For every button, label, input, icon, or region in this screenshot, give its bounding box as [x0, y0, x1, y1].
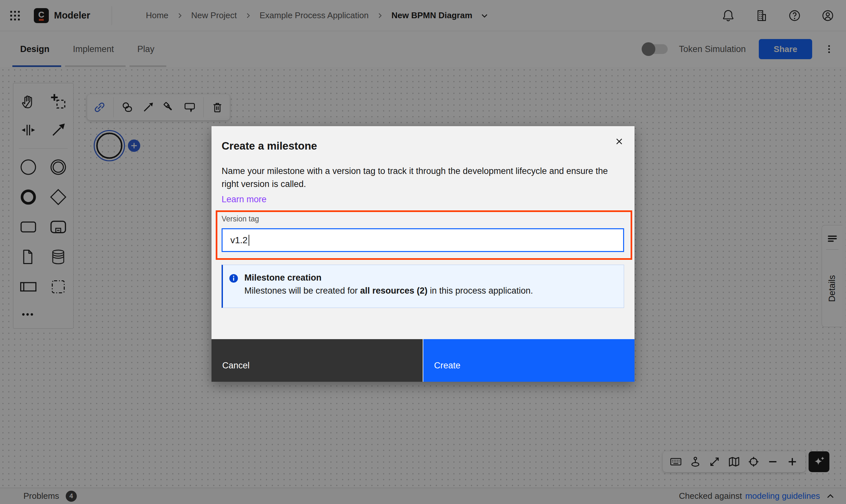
- info-icon: [229, 273, 239, 283]
- version-tag-field: Version tag v1.2: [222, 215, 624, 252]
- dialog-footer: Cancel Create: [211, 339, 635, 382]
- notification-title: Milestone creation: [244, 273, 533, 283]
- create-milestone-dialog: Create a milestone Name your milestone w…: [211, 126, 635, 382]
- create-button[interactable]: Create: [423, 339, 635, 382]
- version-tag-value: v1.2: [230, 235, 248, 246]
- milestone-info-notification: Milestone creation Milestones will be cr…: [222, 265, 624, 308]
- learn-more-link[interactable]: Learn more: [222, 195, 266, 204]
- notification-message: Milestones will be created for all resou…: [244, 286, 533, 296]
- dialog-title: Create a milestone: [211, 126, 635, 152]
- cancel-button[interactable]: Cancel: [211, 339, 423, 382]
- dialog-description: Name your milestone with a version tag t…: [222, 164, 614, 191]
- close-dialog-button[interactable]: [611, 133, 627, 149]
- text-caret: [249, 235, 249, 246]
- modeler-app: C Modeler Home New Project Example Proce…: [0, 0, 846, 504]
- version-tag-label: Version tag: [222, 215, 624, 223]
- version-tag-input[interactable]: v1.2: [222, 228, 624, 252]
- close-icon: [613, 136, 625, 147]
